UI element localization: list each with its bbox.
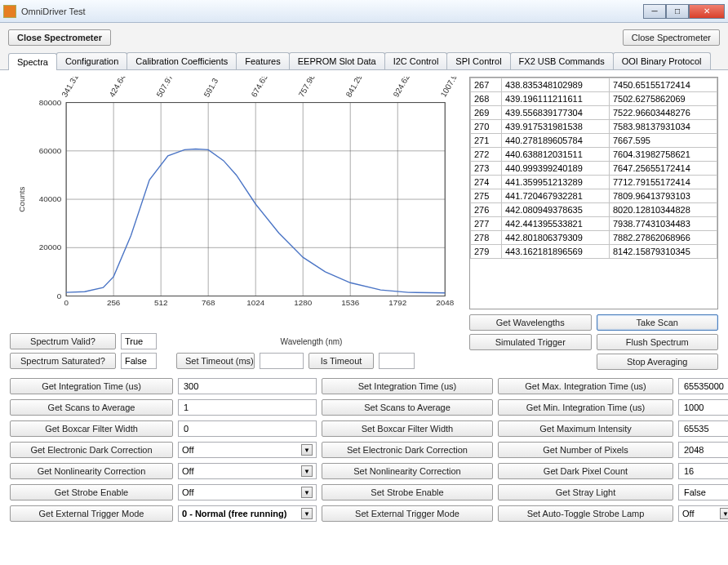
chevron-down-icon: ▼ <box>301 444 313 456</box>
value2-field[interactable]: 65535 <box>678 420 728 437</box>
value-field[interactable]: 1 <box>178 399 317 416</box>
close-spectrometer-right-button[interactable]: Close Spectrometer <box>623 29 720 46</box>
tab-configuration[interactable]: Configuration <box>56 52 127 69</box>
tab-calibration-coefficients[interactable]: Calibration Coefficients <box>127 52 237 69</box>
svg-text:0: 0 <box>64 298 69 307</box>
svg-text:256: 256 <box>107 298 121 307</box>
set-button[interactable]: Set Boxcar Filter Width <box>322 420 493 437</box>
svg-text:341.31: 341.31 <box>60 77 80 99</box>
get2-button[interactable]: Get Dark Pixel Count <box>498 463 673 479</box>
get-button[interactable]: Get Scans to Average <box>10 399 173 416</box>
svg-text:591.3: 591.3 <box>202 77 220 99</box>
get2-button[interactable]: Get Min. Integration Time (us) <box>498 399 673 416</box>
get-wavelengths-button[interactable]: Get Wavelengths <box>469 314 592 331</box>
data-grid[interactable]: 267438.8353481029897450.6515517241426843… <box>469 77 718 309</box>
value-field[interactable]: 300 <box>178 378 317 394</box>
table-row[interactable]: 270439.9175319815387583.98137931034 <box>471 120 717 134</box>
get-button[interactable]: Get Electronic Dark Correction <box>10 442 173 458</box>
svg-text:924.62: 924.62 <box>391 77 411 99</box>
table-row[interactable]: 272440.6388120315117604.31982758621 <box>471 148 717 162</box>
set-button[interactable]: Set Electronic Dark Correction <box>322 442 493 458</box>
x-axis-label: Wavelength (nm) <box>162 337 461 346</box>
tab-eeprom-slot-data[interactable]: EEPROM Slot Data <box>289 52 385 69</box>
table-row[interactable]: 271440.2781896057847667.595 <box>471 134 717 148</box>
value-field[interactable]: Off▼ <box>178 442 317 458</box>
set-button[interactable]: Set Integration Time (us) <box>322 378 493 394</box>
set-external-trigger-button[interactable]: Set External Trigger Mode <box>322 505 493 522</box>
take-scan-button[interactable]: Take Scan <box>597 314 719 331</box>
close-window-button[interactable]: ✕ <box>689 4 725 19</box>
table-row[interactable]: 273440.9993992401897647.25655172414 <box>471 162 717 176</box>
tab-spi-control[interactable]: SPI Control <box>446 52 510 69</box>
timeout-input[interactable] <box>260 353 304 369</box>
tab-spectra[interactable]: Spectra <box>8 53 57 70</box>
set-button[interactable]: Set Strobe Enable <box>322 484 493 500</box>
chevron-down-icon: ▼ <box>720 508 728 519</box>
spectrum-plot: 0341.31256424.64512507.97768591.31024674… <box>10 77 461 330</box>
set-button[interactable]: Set Nonlinearity Correction <box>322 463 493 479</box>
minimize-button[interactable]: ─ <box>643 4 666 19</box>
set-timeout-button[interactable]: Set Timeout (ms) <box>176 353 255 369</box>
value2-field[interactable]: 65535000 <box>678 378 728 394</box>
tab-strip: SpectraConfigurationCalibration Coeffici… <box>0 52 728 70</box>
stop-averaging-button[interactable]: Stop Averaging <box>597 354 719 370</box>
get-button[interactable]: Get Nonlinearity Correction <box>10 463 173 479</box>
value2-field[interactable]: 16 <box>678 463 728 479</box>
value2-field[interactable]: 2048 <box>678 442 728 458</box>
table-row[interactable]: 279443.1621818965698142.15879310345 <box>471 245 717 259</box>
svg-text:1792: 1792 <box>388 298 406 307</box>
value-field[interactable]: Off▼ <box>178 484 317 500</box>
get2-button[interactable]: Get Maximum Intensity <box>498 420 673 437</box>
tab-fx2-usb-commands[interactable]: FX2 USB Commands <box>510 52 614 69</box>
svg-text:841.29: 841.29 <box>344 77 364 99</box>
tab-features[interactable]: Features <box>236 52 289 69</box>
get2-button[interactable]: Get Max. Integration Time (us) <box>498 378 673 394</box>
svg-text:674.63: 674.63 <box>249 77 269 99</box>
titlebar: OmniDriver Test ─ □ ✕ <box>0 0 728 23</box>
maximize-button[interactable]: □ <box>666 4 689 19</box>
value2-field[interactable]: 1000 <box>678 399 728 416</box>
tab-i2c-control[interactable]: I2C Control <box>384 52 448 69</box>
get-external-trigger-button[interactable]: Get External Trigger Mode <box>10 505 173 522</box>
set-auto-toggle-button[interactable]: Set Auto-Toggle Strobe Lamp <box>498 505 673 522</box>
table-row[interactable]: 274441.3599512132897712.79155172414 <box>471 176 717 189</box>
table-row[interactable]: 278442.8018063793097882.27862068966 <box>471 231 717 245</box>
svg-text:40000: 40000 <box>39 194 62 203</box>
chevron-down-icon: ▼ <box>301 508 313 519</box>
svg-text:768: 768 <box>202 298 215 307</box>
get-button[interactable]: Get Boxcar Filter Width <box>10 420 173 437</box>
value-field[interactable]: Off▼ <box>178 463 317 479</box>
flush-spectrum-button[interactable]: Flush Spectrum <box>597 334 719 350</box>
auto-toggle-combo[interactable]: Off▼ <box>678 505 728 522</box>
svg-text:1007.95: 1007.95 <box>438 77 461 99</box>
value-field[interactable]: 0 <box>178 420 317 437</box>
get-button[interactable]: Get Integration Time (us) <box>10 378 173 394</box>
table-row[interactable]: 268439.1961112116117502.6275862069 <box>471 92 717 106</box>
table-row[interactable]: 267438.8353481029897450.65155172414 <box>471 78 717 92</box>
spectrum-valid-value: True <box>121 333 157 349</box>
svg-text:Counts: Counts <box>17 186 26 211</box>
tab-ooi-binary-protocol[interactable]: OOI Binary Protocol <box>613 52 711 69</box>
table-row[interactable]: 277442.4413955338217938.77431034483 <box>471 217 717 231</box>
svg-text:1280: 1280 <box>294 298 312 307</box>
get2-button[interactable]: Get Number of Pixels <box>498 442 673 458</box>
value2-field[interactable]: False <box>678 484 728 500</box>
chevron-down-icon: ▼ <box>301 487 313 498</box>
get-button[interactable]: Get Strobe Enable <box>10 484 173 500</box>
spectrum-saturated-button[interactable]: Spectrum Saturated? <box>10 353 116 369</box>
close-spectrometer-left-button[interactable]: Close Spectrometer <box>8 29 111 46</box>
svg-text:2048: 2048 <box>436 298 454 307</box>
is-timeout-button[interactable]: Is Timeout <box>309 353 374 369</box>
simulated-trigger-button[interactable]: Simulated Trigger <box>469 334 592 350</box>
svg-text:0: 0 <box>57 291 62 300</box>
get2-button[interactable]: Get Stray Light <box>498 484 673 500</box>
is-timeout-value <box>379 353 415 369</box>
svg-text:757.96: 757.96 <box>296 77 317 99</box>
table-row[interactable]: 275441.7204679322817809.96413793103 <box>471 189 717 203</box>
set-button[interactable]: Set Scans to Average <box>322 399 493 416</box>
svg-text:424.64: 424.64 <box>107 77 127 99</box>
spectrum-valid-button[interactable]: Spectrum Valid? <box>10 333 116 349</box>
external-trigger-combo[interactable]: 0 - Normal (free running)▼ <box>178 505 317 522</box>
table-row[interactable]: 276442.0809493786358020.12810344828 <box>471 203 717 217</box>
table-row[interactable]: 269439.5568391773047522.96603448276 <box>471 106 717 120</box>
